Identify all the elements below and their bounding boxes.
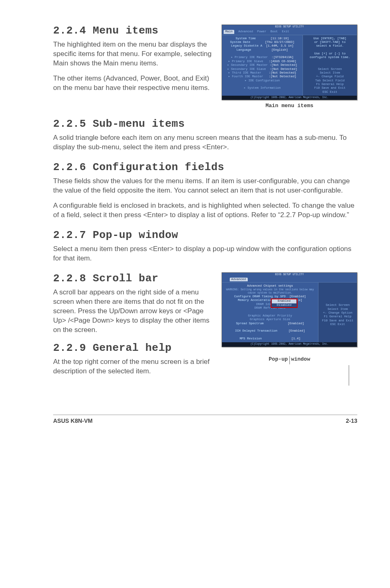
bios-tab-exit: Exit: [282, 30, 289, 34]
para-229-1: At the top right corner of the menu scre…: [53, 357, 213, 376]
bios2-right-panel: Select Screen Select Item +- Change Opti…: [318, 283, 357, 342]
bios2-tab-advanced: Advanced: [230, 278, 248, 281]
para-225-1: A solid triangle before each item on any…: [53, 133, 357, 152]
bios2-left-panel: Advanced Chipset settings WARNING: Setti…: [222, 283, 318, 342]
heading-229: 2.2.9 General help: [53, 342, 213, 354]
bios-left-panel: System Time [11:10:19] System Date [Thu …: [222, 35, 303, 96]
heading-224: 2.2.4 Menu items: [53, 25, 213, 37]
para-227-1: Select a menu item then press <Enter> to…: [53, 245, 357, 263]
bios-right-panel: Use [ENTER], [TAB] or [SHIFT-TAB] to sel…: [303, 35, 357, 96]
page-footer: ASUS K8N-VM 2-13: [53, 415, 357, 424]
bios2-tab-spacer: [224, 278, 226, 281]
popup-option-enabled: Enabled: [272, 299, 296, 303]
heading-227: 2.2.7 Pop-up window: [53, 229, 357, 241]
bios2-footer: (C)Copyright 1985-2002, American Megatre…: [222, 342, 357, 346]
bios-tab-boot: Boot: [271, 30, 278, 34]
footer-right: 2-13: [346, 417, 357, 424]
callout-line-2: [349, 365, 349, 386]
bios-tab-power: Power: [257, 30, 267, 34]
bios-tabbar: Main Advanced Power Boot Exit: [222, 29, 357, 35]
bios-tab-main: Main: [224, 30, 234, 34]
bios-figure-main: BIOS SETUP UTILITY Main Advanced Power B…: [222, 25, 357, 100]
bios2-tabbar: Advanced: [222, 277, 357, 283]
bios2-title: BIOS SETUP UTILITY: [222, 273, 357, 277]
para-228-1: A scroll bar appears on the right side o…: [53, 288, 213, 335]
bios-footer: (C)Copyright 1985-2002, American Megatre…: [222, 96, 357, 100]
footer-left: ASUS K8N-VM: [53, 417, 92, 424]
popup-box: Enabled Disabled: [271, 299, 297, 307]
bios-title: BIOS SETUP UTILITY: [222, 25, 357, 29]
fig1-caption: Main menu items: [222, 103, 357, 109]
callout-line: [289, 356, 290, 364]
bios-figure-popup: BIOS SETUP UTILITY Advanced Advanced Chi…: [222, 272, 357, 347]
heading-226: 2.2.6 Configuration fields: [53, 161, 357, 173]
heading-228: 2.2.8 Scroll bar: [53, 272, 213, 285]
para-224-1: The highlighted item on the menu bar dis…: [53, 40, 213, 68]
popup-option-disabled: Disabled: [272, 303, 296, 307]
para-226-1: These fields show the values for the men…: [53, 177, 357, 195]
bios-tab-advanced: Advanced: [238, 30, 253, 34]
para-226-2: A configurable field is enclosed in brac…: [53, 201, 357, 220]
para-224-2: The other items (Advanced, Power, Boot, …: [53, 74, 213, 93]
heading-225: 2.2.5 Sub-menu items: [53, 118, 357, 130]
